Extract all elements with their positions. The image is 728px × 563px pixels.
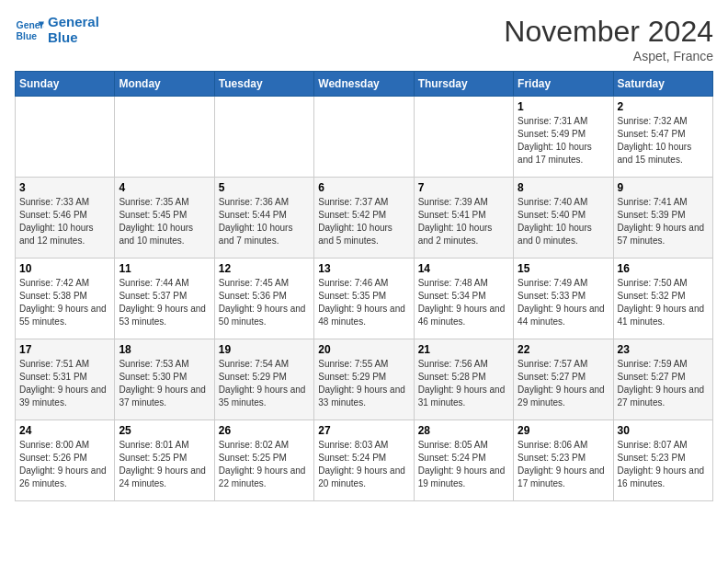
calendar-cell: 21Sunrise: 7:56 AM Sunset: 5:28 PM Dayli… (414, 339, 513, 420)
calendar-week-row: 17Sunrise: 7:51 AM Sunset: 5:31 PM Dayli… (16, 339, 713, 420)
day-number: 28 (418, 424, 509, 437)
day-info: Sunrise: 8:03 AM Sunset: 5:24 PM Dayligh… (318, 439, 409, 490)
calendar-cell: 10Sunrise: 7:42 AM Sunset: 5:38 PM Dayli… (16, 259, 115, 339)
calendar-week-row: 24Sunrise: 8:00 AM Sunset: 5:26 PM Dayli… (16, 420, 713, 501)
calendar-cell: 9Sunrise: 7:41 AM Sunset: 5:39 PM Daylig… (613, 178, 712, 259)
day-number: 19 (219, 343, 310, 356)
day-number: 10 (19, 262, 110, 275)
calendar-table: SundayMondayTuesdayWednesdayThursdayFrid… (15, 71, 713, 501)
day-info: Sunrise: 7:37 AM Sunset: 5:42 PM Dayligh… (318, 196, 409, 247)
calendar-cell: 3Sunrise: 7:33 AM Sunset: 5:46 PM Daylig… (16, 178, 115, 259)
day-info: Sunrise: 8:02 AM Sunset: 5:25 PM Dayligh… (219, 439, 310, 490)
calendar-week-row: 10Sunrise: 7:42 AM Sunset: 5:38 PM Dayli… (16, 259, 713, 339)
calendar-cell: 12Sunrise: 7:45 AM Sunset: 5:36 PM Dayli… (214, 259, 313, 339)
day-number: 3 (19, 181, 110, 194)
calendar-cell: 15Sunrise: 7:49 AM Sunset: 5:33 PM Dayli… (514, 259, 613, 339)
logo-line2: Blue (48, 30, 99, 46)
day-info: Sunrise: 8:07 AM Sunset: 5:23 PM Dayligh… (618, 439, 709, 490)
day-info: Sunrise: 8:05 AM Sunset: 5:24 PM Dayligh… (418, 439, 509, 490)
day-number: 8 (518, 181, 609, 194)
location: Aspet, France (504, 49, 713, 63)
weekday-header: Saturday (613, 72, 712, 97)
calendar-cell: 27Sunrise: 8:03 AM Sunset: 5:24 PM Dayli… (314, 420, 414, 501)
day-info: Sunrise: 7:48 AM Sunset: 5:34 PM Dayligh… (418, 277, 509, 328)
calendar-cell (314, 97, 414, 178)
calendar-cell: 22Sunrise: 7:57 AM Sunset: 5:27 PM Dayli… (514, 339, 613, 420)
day-number: 5 (219, 181, 310, 194)
day-number: 4 (119, 181, 210, 194)
calendar-cell: 8Sunrise: 7:40 AM Sunset: 5:40 PM Daylig… (514, 178, 613, 259)
calendar-cell: 17Sunrise: 7:51 AM Sunset: 5:31 PM Dayli… (16, 339, 115, 420)
calendar-cell: 18Sunrise: 7:53 AM Sunset: 5:30 PM Dayli… (115, 339, 214, 420)
calendar-cell: 20Sunrise: 7:55 AM Sunset: 5:29 PM Dayli… (314, 339, 414, 420)
calendar-cell: 13Sunrise: 7:46 AM Sunset: 5:35 PM Dayli… (314, 259, 414, 339)
weekday-header: Thursday (414, 72, 513, 97)
calendar-cell (214, 97, 313, 178)
day-info: Sunrise: 7:51 AM Sunset: 5:31 PM Dayligh… (19, 358, 110, 409)
day-number: 27 (318, 424, 409, 437)
day-number: 2 (618, 100, 709, 113)
logo: General Blue General Blue (15, 15, 99, 45)
day-number: 23 (618, 343, 709, 356)
day-info: Sunrise: 7:35 AM Sunset: 5:45 PM Dayligh… (119, 196, 210, 247)
day-info: Sunrise: 8:01 AM Sunset: 5:25 PM Dayligh… (119, 439, 210, 490)
day-number: 9 (618, 181, 709, 194)
day-info: Sunrise: 7:36 AM Sunset: 5:44 PM Dayligh… (219, 196, 310, 247)
day-number: 7 (418, 181, 509, 194)
calendar-cell: 25Sunrise: 8:01 AM Sunset: 5:25 PM Dayli… (115, 420, 214, 501)
day-info: Sunrise: 8:06 AM Sunset: 5:23 PM Dayligh… (518, 439, 609, 490)
svg-text:Blue: Blue (17, 30, 38, 40)
calendar-cell: 11Sunrise: 7:44 AM Sunset: 5:37 PM Dayli… (115, 259, 214, 339)
day-info: Sunrise: 7:55 AM Sunset: 5:29 PM Dayligh… (318, 358, 409, 409)
calendar-cell (16, 97, 115, 178)
calendar-cell: 1Sunrise: 7:31 AM Sunset: 5:49 PM Daylig… (514, 97, 613, 178)
calendar-cell: 24Sunrise: 8:00 AM Sunset: 5:26 PM Dayli… (16, 420, 115, 501)
day-number: 15 (518, 262, 609, 275)
day-number: 17 (19, 343, 110, 356)
day-number: 18 (119, 343, 210, 356)
day-info: Sunrise: 7:49 AM Sunset: 5:33 PM Dayligh… (518, 277, 609, 328)
day-info: Sunrise: 7:57 AM Sunset: 5:27 PM Dayligh… (518, 358, 609, 409)
day-number: 12 (219, 262, 310, 275)
calendar-cell (115, 97, 214, 178)
day-info: Sunrise: 7:44 AM Sunset: 5:37 PM Dayligh… (119, 277, 210, 328)
day-number: 1 (518, 100, 609, 113)
day-info: Sunrise: 7:40 AM Sunset: 5:40 PM Dayligh… (518, 196, 609, 247)
calendar-cell: 26Sunrise: 8:02 AM Sunset: 5:25 PM Dayli… (214, 420, 313, 501)
day-info: Sunrise: 7:33 AM Sunset: 5:46 PM Dayligh… (19, 196, 110, 247)
logo-line1: General (48, 15, 99, 30)
day-info: Sunrise: 8:00 AM Sunset: 5:26 PM Dayligh… (19, 439, 110, 490)
day-number: 29 (518, 424, 609, 437)
month-title: November 2024 (504, 15, 713, 49)
calendar-week-row: 3Sunrise: 7:33 AM Sunset: 5:46 PM Daylig… (16, 178, 713, 259)
calendar-cell: 28Sunrise: 8:05 AM Sunset: 5:24 PM Dayli… (414, 420, 513, 501)
day-number: 30 (618, 424, 709, 437)
day-number: 21 (418, 343, 509, 356)
calendar-cell: 4Sunrise: 7:35 AM Sunset: 5:45 PM Daylig… (115, 178, 214, 259)
calendar-cell: 16Sunrise: 7:50 AM Sunset: 5:32 PM Dayli… (613, 259, 712, 339)
calendar-cell: 6Sunrise: 7:37 AM Sunset: 5:42 PM Daylig… (314, 178, 414, 259)
calendar-cell: 30Sunrise: 8:07 AM Sunset: 5:23 PM Dayli… (613, 420, 712, 501)
weekday-header-row: SundayMondayTuesdayWednesdayThursdayFrid… (16, 72, 713, 97)
day-number: 20 (318, 343, 409, 356)
day-number: 13 (318, 262, 409, 275)
calendar-cell: 29Sunrise: 8:06 AM Sunset: 5:23 PM Dayli… (514, 420, 613, 501)
day-number: 26 (219, 424, 310, 437)
calendar-cell: 7Sunrise: 7:39 AM Sunset: 5:41 PM Daylig… (414, 178, 513, 259)
weekday-header: Friday (514, 72, 613, 97)
calendar-cell: 23Sunrise: 7:59 AM Sunset: 5:27 PM Dayli… (613, 339, 712, 420)
day-info: Sunrise: 7:41 AM Sunset: 5:39 PM Dayligh… (618, 196, 709, 247)
day-info: Sunrise: 7:59 AM Sunset: 5:27 PM Dayligh… (618, 358, 709, 409)
day-info: Sunrise: 7:45 AM Sunset: 5:36 PM Dayligh… (219, 277, 310, 328)
day-number: 24 (19, 424, 110, 437)
day-info: Sunrise: 7:53 AM Sunset: 5:30 PM Dayligh… (119, 358, 210, 409)
day-info: Sunrise: 7:31 AM Sunset: 5:49 PM Dayligh… (518, 115, 609, 167)
day-number: 16 (618, 262, 709, 275)
day-info: Sunrise: 7:56 AM Sunset: 5:28 PM Dayligh… (418, 358, 509, 409)
day-number: 14 (418, 262, 509, 275)
weekday-header: Sunday (16, 72, 115, 97)
day-number: 25 (119, 424, 210, 437)
page-header: General Blue General Blue November 2024 … (15, 15, 713, 63)
calendar-cell (414, 97, 513, 178)
day-info: Sunrise: 7:54 AM Sunset: 5:29 PM Dayligh… (219, 358, 310, 409)
